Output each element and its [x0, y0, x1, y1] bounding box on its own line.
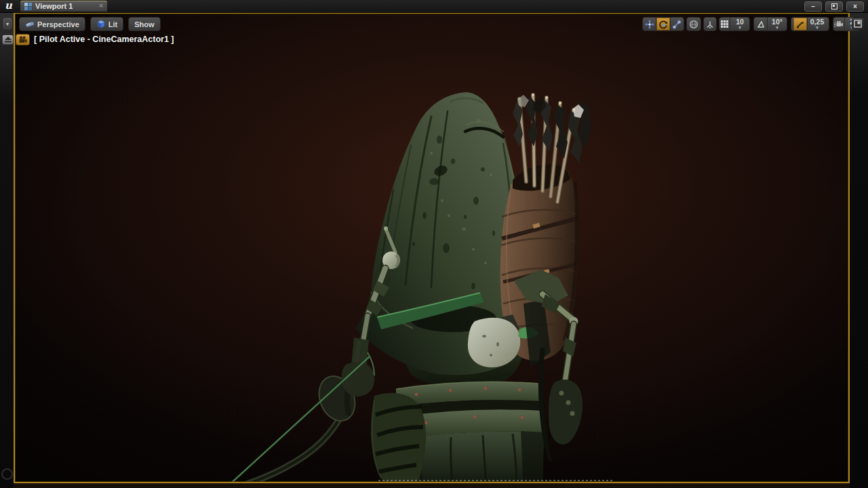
- scale-snap-value-button[interactable]: 0,25 ▾: [807, 18, 827, 30]
- safe-frame-dashes: [378, 480, 614, 481]
- close-icon: ×: [853, 3, 857, 10]
- minimize-icon: –: [811, 3, 815, 10]
- camera-speed-icon: [833, 20, 844, 29]
- tab-label: Viewport 1: [35, 2, 96, 10]
- show-button[interactable]: Show: [128, 17, 160, 31]
- right-gutter: [850, 12, 868, 488]
- chevron-down-icon: ▼: [5, 22, 10, 26]
- maximize-icon: [854, 20, 862, 28]
- surface-snap-icon-cell: [704, 18, 716, 30]
- rotate-icon: [658, 20, 668, 29]
- grid-icon: [720, 20, 729, 28]
- show-label: Show: [134, 20, 154, 28]
- viewport-toolbar-left: Perspective Lit Show: [19, 17, 161, 31]
- viewport-options-button[interactable]: ▼: [2, 17, 13, 30]
- tab-close-icon[interactable]: ×: [99, 3, 103, 9]
- eject-pilot-button[interactable]: [2, 35, 14, 45]
- caret-down-icon: ▾: [816, 25, 818, 30]
- unreal-editor-window: u Viewport 1 × – × ▼ Perspective: [0, 0, 868, 488]
- bottom-gutter: [14, 483, 850, 488]
- scale-icon: [672, 20, 682, 29]
- surface-snap-button[interactable]: [703, 17, 717, 31]
- grid-snap-toggle[interactable]: [719, 18, 730, 30]
- character-archer: [15, 14, 848, 482]
- window-controls: – ×: [804, 1, 864, 12]
- lit-label: Lit: [108, 20, 117, 28]
- grid-snap-value-button[interactable]: 10 ▾: [730, 18, 749, 30]
- perspective-icon: [25, 20, 35, 29]
- globe-icon: [689, 20, 698, 29]
- caret-down-icon: ▾: [738, 25, 741, 30]
- rotation-snap-value-button[interactable]: 10° ▾: [767, 18, 787, 30]
- viewport-toolbar-right: 10 ▾ 10° ▾: [642, 17, 860, 31]
- unreal-logo: u: [5, 0, 12, 12]
- scale-snap-icon: [795, 20, 805, 29]
- left-gutter: [0, 12, 14, 488]
- titlebar: u Viewport 1 × – ×: [0, 0, 868, 13]
- rotation-snap-value: 10°: [772, 18, 783, 26]
- move-icon: [645, 20, 654, 29]
- close-button[interactable]: ×: [846, 1, 864, 12]
- tab-viewport-1[interactable]: Viewport 1 ×: [20, 1, 107, 12]
- lit-cube-icon: [96, 20, 106, 29]
- pilot-active-label: [ Pilot Active - CineCameraActor1 ]: [34, 35, 174, 44]
- lit-button[interactable]: Lit: [90, 17, 123, 31]
- maximize-viewport-button[interactable]: [852, 18, 864, 30]
- pilot-camera-icon: [18, 36, 27, 43]
- pilot-toggle-button[interactable]: [16, 34, 30, 45]
- loading-indicator-circle: [1, 468, 13, 480]
- move-tool-button[interactable]: [643, 18, 656, 30]
- perspective-button[interactable]: Perspective: [19, 17, 85, 31]
- restore-icon: [831, 3, 837, 9]
- surface-snap-icon: [705, 20, 715, 29]
- rotation-snap-group: 10° ▾: [753, 17, 787, 31]
- viewport-scene[interactable]: [15, 14, 848, 482]
- scale-snap-toggle[interactable]: [793, 18, 807, 30]
- tab-grid-icon: [24, 3, 32, 10]
- caret-down-icon: ▾: [776, 25, 778, 30]
- globe-icon-cell: [687, 18, 701, 30]
- scale-snap-group: 0,25 ▾: [791, 17, 829, 31]
- grid-snap-group: 10 ▾: [719, 17, 750, 31]
- eject-icon: [5, 37, 12, 43]
- restore-button[interactable]: [825, 1, 843, 12]
- rotate-tool-button[interactable]: [656, 18, 669, 30]
- scale-tool-button[interactable]: [670, 18, 684, 30]
- transform-tools-group: [642, 17, 684, 31]
- minimize-button[interactable]: –: [804, 1, 822, 12]
- angle-snap-icon: [756, 20, 766, 29]
- scale-snap-value: 0,25: [810, 18, 824, 26]
- rotation-snap-toggle[interactable]: [754, 18, 767, 30]
- perspective-label: Perspective: [37, 20, 79, 28]
- grid-snap-value: 10: [736, 18, 744, 26]
- camera-icon-cell: [833, 18, 844, 30]
- world-space-button[interactable]: [686, 17, 701, 31]
